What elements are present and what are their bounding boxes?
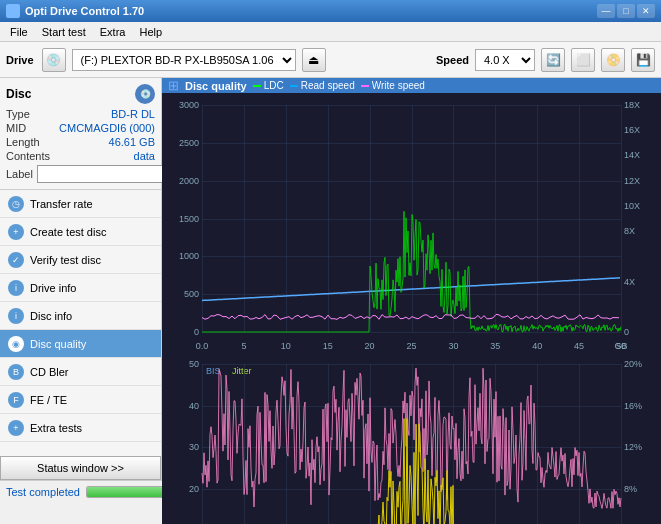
- verify-test-disc-icon: ✓: [8, 252, 24, 268]
- eject-button[interactable]: ⏏: [302, 48, 326, 72]
- contents-key: Contents: [6, 150, 50, 162]
- disc-info-header: Disc 💿: [6, 84, 155, 104]
- disc-info-icon: i: [8, 308, 24, 324]
- sidebar-item-disc-quality[interactable]: ◉ Disc quality: [0, 330, 161, 358]
- extra-tests-icon: +: [8, 420, 24, 436]
- type-val: BD-R DL: [111, 108, 155, 120]
- right-panel: ⊞ Disc quality LDC Read speed Write spee…: [162, 78, 661, 480]
- transfer-rate-icon: ◷: [8, 196, 24, 212]
- label-input[interactable]: [37, 165, 172, 183]
- menu-start-test[interactable]: Start test: [36, 25, 92, 39]
- mid-row: MID CMCMAGDI6 (000): [6, 122, 155, 134]
- title-bar-left: Opti Drive Control 1.70: [6, 4, 144, 18]
- disc-info-panel: Disc 💿 Type BD-R DL MID CMCMAGDI6 (000) …: [0, 78, 161, 190]
- disc-icon: 💿: [135, 84, 155, 104]
- drive-label: Drive: [6, 54, 34, 66]
- legend-write: Write speed: [361, 80, 425, 91]
- sidebar-item-drive-info[interactable]: i Drive info: [0, 274, 161, 302]
- main-content: Disc 💿 Type BD-R DL MID CMCMAGDI6 (000) …: [0, 78, 661, 480]
- create-test-disc-icon: +: [8, 224, 24, 240]
- sidebar-item-cd-bler[interactable]: B CD Bler: [0, 358, 161, 386]
- disc-quality-title: Disc quality: [185, 80, 247, 92]
- menu-file[interactable]: File: [4, 25, 34, 39]
- status-window-btn[interactable]: Status window >>: [0, 456, 161, 480]
- status-text: Test completed: [6, 486, 80, 498]
- write-button[interactable]: 📀: [601, 48, 625, 72]
- legend-read: Read speed: [290, 80, 355, 91]
- type-key: Type: [6, 108, 30, 120]
- menu-extra[interactable]: Extra: [94, 25, 132, 39]
- extra-tests-label: Extra tests: [30, 422, 82, 434]
- transfer-rate-label: Transfer rate: [30, 198, 93, 210]
- save-button[interactable]: 💾: [631, 48, 655, 72]
- menu-bar: File Start test Extra Help: [0, 22, 661, 42]
- disc-info-label: Disc info: [30, 310, 72, 322]
- label-row: Label ✎: [6, 165, 155, 183]
- mid-key: MID: [6, 122, 26, 134]
- cd-bler-label: CD Bler: [30, 366, 69, 378]
- length-val: 46.61 GB: [109, 136, 155, 148]
- contents-row: Contents data: [6, 150, 155, 162]
- disc-quality-label: Disc quality: [30, 338, 86, 350]
- disc-quality-icon: ◉: [8, 336, 24, 352]
- drive-toolbar: Drive 💿 (F:) PLEXTOR BD-R PX-LB950SA 1.0…: [0, 42, 661, 78]
- label-key: Label: [6, 168, 33, 180]
- legend-ldc: LDC: [253, 80, 284, 91]
- drive-icon-btn[interactable]: 💿: [42, 48, 66, 72]
- nav-list: ◷ Transfer rate + Create test disc ✓ Ver…: [0, 190, 161, 442]
- charts-area: [162, 93, 661, 524]
- legend-ldc-label: LDC: [264, 80, 284, 91]
- verify-test-disc-label: Verify test disc: [30, 254, 101, 266]
- legend-write-label: Write speed: [372, 80, 425, 91]
- title-bar: Opti Drive Control 1.70 — □ ✕: [0, 0, 661, 22]
- sidebar-item-transfer-rate[interactable]: ◷ Transfer rate: [0, 190, 161, 218]
- cd-bler-icon: B: [8, 364, 24, 380]
- sidebar-item-create-test-disc[interactable]: + Create test disc: [0, 218, 161, 246]
- sidebar-item-verify-test-disc[interactable]: ✓ Verify test disc: [0, 246, 161, 274]
- disc-button[interactable]: ⬜: [571, 48, 595, 72]
- minimize-button[interactable]: —: [597, 4, 615, 18]
- ldc-dot: [253, 85, 261, 87]
- fe-te-label: FE / TE: [30, 394, 67, 406]
- refresh-button[interactable]: 🔄: [541, 48, 565, 72]
- maximize-button[interactable]: □: [617, 4, 635, 18]
- length-key: Length: [6, 136, 40, 148]
- create-test-disc-label: Create test disc: [30, 226, 106, 238]
- ldc-chart: [162, 93, 661, 352]
- close-button[interactable]: ✕: [637, 4, 655, 18]
- bis-chart: [162, 352, 661, 524]
- speed-select[interactable]: 4.0 X: [475, 49, 535, 71]
- length-row: Length 46.61 GB: [6, 136, 155, 148]
- disc-label: Disc: [6, 87, 31, 101]
- fe-te-icon: F: [8, 392, 24, 408]
- read-dot: [290, 85, 298, 87]
- title-bar-controls: — □ ✕: [597, 4, 655, 18]
- menu-help[interactable]: Help: [133, 25, 168, 39]
- speed-label: Speed: [436, 54, 469, 66]
- contents-val: data: [134, 150, 155, 162]
- write-dot: [361, 85, 369, 87]
- drive-select[interactable]: (F:) PLEXTOR BD-R PX-LB950SA 1.06: [72, 49, 296, 71]
- sidebar-item-extra-tests[interactable]: + Extra tests: [0, 414, 161, 442]
- app-title: Opti Drive Control 1.70: [25, 5, 144, 17]
- legend-read-label: Read speed: [301, 80, 355, 91]
- sidebar-item-fe-te[interactable]: F FE / TE: [0, 386, 161, 414]
- drive-info-icon: i: [8, 280, 24, 296]
- mid-val: CMCMAGDI6 (000): [59, 122, 155, 134]
- sidebar: Disc 💿 Type BD-R DL MID CMCMAGDI6 (000) …: [0, 78, 162, 480]
- disc-quality-header: ⊞ Disc quality LDC Read speed Write spee…: [162, 78, 661, 93]
- drive-info-label: Drive info: [30, 282, 76, 294]
- sidebar-item-disc-info[interactable]: i Disc info: [0, 302, 161, 330]
- app-icon: [6, 4, 20, 18]
- type-row: Type BD-R DL: [6, 108, 155, 120]
